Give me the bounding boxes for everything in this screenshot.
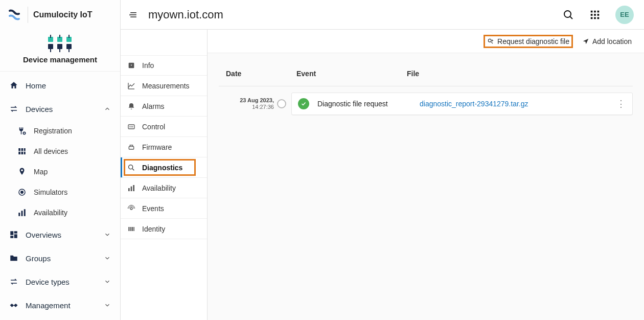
svg-rect-27 — [14, 234, 17, 238]
svg-point-57 — [130, 208, 132, 210]
main-area: myown.iot.com EE *InfoMeasurementsAlarms… — [121, 0, 644, 320]
tab-events[interactable]: Events — [121, 198, 207, 219]
svg-rect-34 — [591, 10, 593, 12]
avatar[interactable]: EE — [615, 6, 634, 24]
target-icon — [17, 188, 34, 197]
svg-rect-16 — [18, 152, 20, 154]
nav-registration[interactable]: Registration — [8, 121, 120, 141]
add-location-button[interactable]: Add location — [579, 35, 635, 48]
svg-rect-63 — [133, 227, 133, 231]
module-icon — [46, 35, 75, 52]
events-tab-icon — [127, 204, 136, 213]
pin-icon — [17, 167, 34, 176]
availability-tab-icon — [127, 184, 136, 192]
alarms-tab-icon — [127, 102, 136, 110]
sidebar-tabs: *InfoMeasurementsAlarmsControlFirmwareDi… — [121, 30, 208, 320]
nav-home[interactable]: Home — [0, 74, 120, 97]
svg-text:*: * — [130, 63, 132, 68]
svg-rect-15 — [24, 148, 26, 151]
svg-rect-64 — [134, 227, 134, 231]
row-menu-icon[interactable]: ⋮ — [614, 98, 628, 109]
nav-map[interactable]: Map — [8, 162, 120, 182]
tab-firmware[interactable]: Firmware — [121, 137, 207, 157]
svg-rect-42 — [597, 17, 600, 19]
measurements-tab-icon — [127, 82, 136, 90]
tab-measurements[interactable]: Measurements — [121, 76, 207, 96]
svg-rect-39 — [597, 14, 600, 16]
swap-icon — [9, 277, 26, 286]
svg-line-33 — [570, 16, 572, 19]
collapse-nav-icon[interactable] — [125, 6, 142, 24]
tab-label: Diagnostics — [142, 164, 182, 172]
brand-logo-icon — [6, 7, 22, 23]
nav-label: Devices — [26, 105, 53, 113]
svg-line-53 — [132, 169, 134, 170]
nav-devices[interactable]: Devices — [0, 97, 120, 121]
svg-point-21 — [21, 191, 24, 194]
tab-label: Firmware — [142, 143, 172, 151]
nav-primary: Home Devices Registration All d — [0, 72, 120, 317]
svg-rect-62 — [132, 227, 133, 231]
col-header-date: Date — [226, 70, 296, 78]
nav-all-devices[interactable]: All devices — [8, 141, 120, 162]
svg-rect-54 — [128, 188, 130, 191]
nav-label: Management — [26, 301, 71, 310]
apps-grid-icon[interactable] — [585, 5, 605, 25]
identity-tab-icon — [127, 225, 136, 233]
tab-control[interactable]: Control — [121, 117, 207, 137]
nav-overviews[interactable]: Overviews — [0, 223, 120, 246]
nav-availability[interactable]: Availability — [8, 202, 120, 223]
tab-label: Identity — [142, 225, 165, 233]
chevron-down-icon — [104, 231, 111, 238]
tab-label: Events — [142, 204, 164, 213]
sidebar-primary: Cumulocity IoT — [0, 0, 121, 320]
svg-rect-59 — [129, 227, 130, 231]
svg-rect-22 — [18, 213, 20, 216]
dashboard-icon — [9, 230, 26, 239]
module-label: Device management — [23, 55, 97, 64]
devices-grid-icon — [17, 147, 34, 156]
tab-alarms[interactable]: Alarms — [121, 96, 207, 117]
nav-device-types[interactable]: Device types — [0, 270, 120, 293]
tab-label: Alarms — [142, 102, 165, 110]
tab-label: Control — [142, 123, 165, 131]
tab-availability[interactable]: Availability — [121, 178, 207, 198]
tab-info[interactable]: *Info — [121, 55, 207, 76]
nav-simulators[interactable]: Simulators — [8, 182, 120, 202]
svg-rect-41 — [594, 17, 596, 19]
nav-label: Groups — [26, 254, 51, 263]
svg-rect-25 — [10, 231, 13, 235]
chevron-down-icon — [104, 278, 111, 285]
nav-label: Device types — [26, 278, 70, 286]
event-name: Diagnostic file request — [317, 100, 420, 108]
tab-label: Measurements — [142, 82, 190, 90]
plug-plus-icon — [17, 126, 34, 135]
tab-diagnostics[interactable]: Diagnostics — [121, 157, 207, 178]
svg-rect-13 — [18, 148, 20, 151]
action-bar: Request diagnostic file Add location — [208, 30, 644, 53]
col-header-file: File — [407, 70, 626, 78]
chevron-down-icon — [104, 255, 111, 262]
svg-rect-55 — [131, 186, 132, 191]
tab-label: Info — [142, 61, 154, 70]
event-card: Diagnostic file request diagnostic_repor… — [291, 93, 633, 115]
svg-rect-36 — [597, 10, 600, 12]
tab-identity[interactable]: Identity — [121, 219, 207, 239]
svg-rect-18 — [24, 152, 26, 154]
diagnostic-icon — [487, 38, 494, 45]
search-icon[interactable] — [558, 5, 579, 25]
nav-groups[interactable]: Groups — [0, 246, 120, 270]
svg-rect-38 — [594, 14, 596, 16]
info-tab-icon: * — [127, 61, 136, 70]
nav-management[interactable]: Management — [0, 293, 120, 317]
location-arrow-icon — [582, 38, 589, 45]
header: myown.iot.com EE — [121, 0, 644, 30]
svg-rect-37 — [591, 14, 593, 16]
table-header: Date Event File — [219, 61, 633, 86]
file-link[interactable]: diagnostic_report-29341279.tar.gz — [420, 100, 528, 108]
timestamp-date: 23 Aug 2023, — [219, 97, 274, 104]
request-diagnostic-button[interactable]: Request diagnostic file — [484, 35, 573, 48]
svg-rect-26 — [14, 231, 17, 234]
brand-divider — [28, 7, 28, 23]
swap-icon — [9, 104, 26, 113]
